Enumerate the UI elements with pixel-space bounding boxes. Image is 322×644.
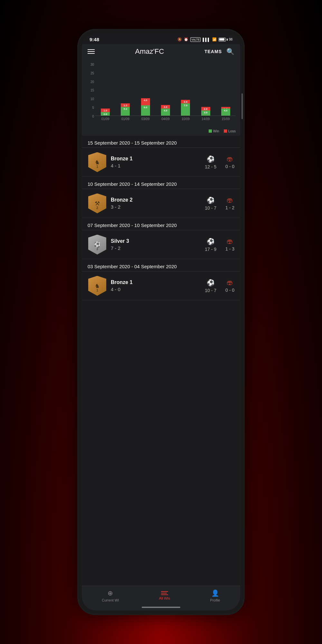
- match-score-1: 3 - 2: [111, 204, 201, 210]
- x-label-2: 03/09: [141, 117, 150, 121]
- nav-current-wi-label: Current WI: [102, 598, 119, 602]
- profile-icon: 👤: [211, 589, 219, 597]
- battery-percentage: 98: [229, 38, 232, 41]
- bar-stack-3: 2.0 4.0: [161, 105, 170, 116]
- match-row-3[interactable]: ♞ 1 Bronze 1 4 - 0 ⚽ 10 - 7 🏟 0 - 0: [82, 271, 240, 300]
- badge-number-1: 2: [96, 206, 98, 210]
- menu-button[interactable]: [88, 49, 95, 54]
- bar-red-2: 4.0: [141, 98, 150, 105]
- trophy-stat-1: 🏟 1 - 2: [225, 196, 234, 210]
- bar-red-4: 2.0: [181, 100, 190, 103]
- soccer-score-0: 12 - 5: [205, 164, 216, 169]
- date-range-3: 03 September 2020 - 04 September 2020: [82, 259, 240, 271]
- trophy-icon-1: 🏟: [227, 196, 233, 204]
- date-range-1: 10 September 2020 - 14 September 2020: [82, 177, 240, 189]
- bronze-badge-0: ♞ 1: [88, 152, 106, 172]
- match-score-3: 4 - 0: [111, 287, 201, 292]
- badge-0: ♞ 1: [88, 152, 107, 173]
- bar-red-1: 1.0: [121, 103, 130, 107]
- date-range-0: 15 September 2020 - 15 September 2020: [82, 136, 240, 148]
- y-label-20: 20: [86, 80, 94, 84]
- battery-indicator: 98: [219, 38, 232, 42]
- header-actions: TEAMS 🔍: [204, 48, 234, 55]
- trophy-icon-0: 🏟: [227, 155, 233, 163]
- bar-group-6: 1.0 4.0: [221, 107, 230, 116]
- bar-group-3: 2.0 4.0: [161, 105, 170, 116]
- y-label-10: 10: [86, 97, 94, 101]
- badge-1: ⚒ 2: [88, 193, 107, 214]
- match-score-2: 7 - 2: [111, 245, 201, 251]
- bar-green-4: 7.0: [181, 103, 190, 116]
- match-tier-1: Bronze 2: [111, 197, 201, 203]
- teams-button[interactable]: TEAMS: [204, 49, 222, 54]
- soccer-score-2: 17 - 9: [205, 247, 216, 252]
- chart-bars: 1.0 2.0 1.0: [95, 63, 236, 116]
- trophy-score-3: 0 - 0: [225, 288, 234, 293]
- soccer-stat-3: ⚽ 10 - 7: [205, 279, 216, 293]
- match-tier-3: Bronze 1: [111, 279, 201, 285]
- bar-stack-4: 2.0 7.0: [181, 100, 190, 116]
- y-label-0: 0: [86, 115, 94, 118]
- trophy-stat-0: 🏟 0 - 0: [225, 155, 234, 169]
- nav-profile-label: Profile: [210, 598, 220, 602]
- bar-green-3: 4.0: [161, 109, 170, 116]
- nav-all-wis[interactable]: All WIs: [159, 591, 170, 601]
- status-time: 9:48: [90, 37, 99, 42]
- list-icon: [161, 591, 168, 595]
- x-label-6: 15/09: [221, 117, 230, 121]
- bar-group-0: 1.0 2.0: [101, 109, 110, 116]
- x-label-1: 01/09: [121, 117, 130, 121]
- loss-color-dot: [224, 129, 227, 133]
- trophy-icon-2: 🏟: [227, 238, 233, 245]
- soccer-score-1: 10 - 7: [205, 205, 216, 211]
- phone-frame: 9:48 🔕 ⏰ VoLTE ▌▌▌ 📶 98 A: [77, 29, 245, 615]
- nav-profile[interactable]: 👤 Profile: [210, 589, 220, 602]
- soccer-icon-0: ⚽: [207, 155, 215, 163]
- bar-green-6: 4.0: [221, 109, 230, 116]
- badge-number-0: 1: [96, 165, 98, 168]
- y-label-15: 15: [86, 89, 94, 92]
- y-label-5: 5: [86, 106, 94, 109]
- wifi-icon: 📶: [212, 37, 217, 42]
- match-row-2[interactable]: ⚽ 3 Silver 3 7 - 2 ⚽ 17 - 9 🏟 1 - 3: [82, 230, 240, 259]
- bar-red-5: 2.0: [201, 107, 210, 110]
- nav-current-wi[interactable]: ⊕ Current WI: [102, 589, 119, 602]
- volte-icon: VoLTE: [190, 37, 201, 42]
- signal-icon: ▌▌▌: [203, 38, 210, 42]
- bar-green-2: 6.0: [141, 105, 150, 116]
- soccer-score-3: 10 - 7: [205, 288, 216, 293]
- trophy-score-2: 1 - 3: [225, 246, 234, 251]
- soccer-stat-0: ⚽ 12 - 5: [205, 155, 216, 169]
- home-indicator: [82, 604, 240, 611]
- search-button[interactable]: 🔍: [226, 48, 234, 55]
- y-label-25: 25: [86, 71, 94, 75]
- phone-screen: 9:48 🔕 ⏰ VoLTE ▌▌▌ 📶 98 A: [82, 33, 240, 611]
- status-bar: 9:48 🔕 ⏰ VoLTE ▌▌▌ 📶 98: [82, 33, 240, 44]
- x-label-3: 04/09: [161, 117, 170, 121]
- scroll-indicator: [242, 93, 243, 119]
- app-header: Amaz'FC TEAMS 🔍: [82, 44, 240, 59]
- badge-number-2: 3: [96, 247, 98, 251]
- bar-stack-2: 4.0 6.0: [141, 98, 150, 116]
- loss-label: Loss: [228, 129, 236, 133]
- bar-stack-5: 2.0 3.0: [201, 107, 210, 116]
- match-info-1: Bronze 2 3 - 2: [111, 197, 201, 210]
- match-stats-2: ⚽ 17 - 9 🏟 1 - 3: [205, 238, 234, 252]
- match-row-1[interactable]: ⚒ 2 Bronze 2 3 - 2 ⚽ 10 - 7 🏟 1 - 2: [82, 189, 240, 218]
- chart-x-labels: 01/09 01/09 03/09 04/09 10/09 14/09 15/0…: [95, 117, 236, 121]
- content-scroll[interactable]: 15 September 2020 - 15 September 2020 ♞ …: [82, 136, 240, 586]
- x-label-4: 10/09: [181, 117, 190, 121]
- legend-loss: Loss: [224, 129, 236, 133]
- soccer-stat-1: ⚽ 10 - 7: [205, 196, 216, 211]
- win-label: Win: [213, 129, 219, 133]
- alarm-icon: ⏰: [184, 37, 188, 42]
- match-stats-1: ⚽ 10 - 7 🏟 1 - 2: [205, 196, 234, 211]
- chart-container: 30 25 20 15 10 5 0 1.0: [86, 63, 236, 127]
- app-title: Amaz'FC: [135, 47, 164, 56]
- match-row-0[interactable]: ♞ 1 Bronze 1 4 - 1 ⚽ 12 - 5 🏟 0 - 0: [82, 148, 240, 177]
- win-color-dot: [209, 129, 212, 133]
- soccer-icon-1: ⚽: [207, 196, 215, 204]
- soccer-icon-3: ⚽: [207, 279, 215, 287]
- home-bar: [142, 607, 180, 608]
- match-tier-0: Bronze 1: [111, 156, 201, 162]
